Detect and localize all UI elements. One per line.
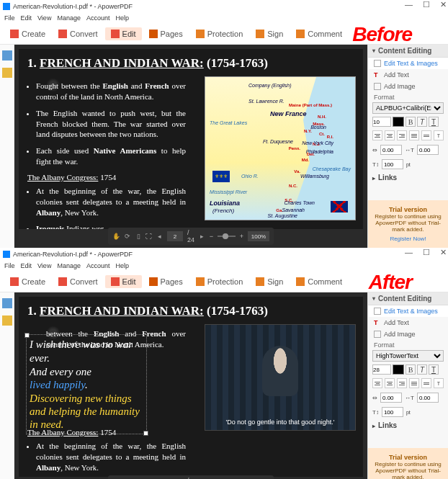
bold-button[interactable]: B	[406, 364, 416, 375]
menu-account[interactable]: Account	[86, 262, 110, 269]
menu-help[interactable]: Help	[115, 262, 129, 269]
menu-account[interactable]: Account	[86, 14, 110, 22]
zoom-slider[interactable]	[218, 236, 236, 237]
align-left-button[interactable]	[372, 130, 382, 140]
text-edit-box[interactable]: I wish there was no war ever. And every …	[26, 334, 147, 434]
leading-input[interactable]	[382, 159, 403, 169]
window-close-button[interactable]: ✕	[440, 248, 447, 257]
align-right-button[interactable]	[397, 378, 407, 388]
window-maximize-button[interactable]: ☐	[423, 0, 430, 9]
char-spacing-input[interactable]	[380, 145, 402, 155]
pdf-page[interactable]: 1. FRENCH AND INDIAN WAR: (1754-1763) be…	[19, 297, 363, 477]
font-color-picker[interactable]	[393, 117, 404, 127]
zoom-input[interactable]	[248, 231, 269, 241]
document-viewport[interactable]: 1. FRENCH AND INDIAN WAR: (1754-1763) be…	[14, 292, 367, 479]
thumbnails-icon[interactable]	[2, 68, 12, 78]
zoom-in-icon[interactable]: +	[240, 233, 243, 240]
edit-text-images-button[interactable]: Edit Text & Images	[368, 305, 448, 317]
content-editing-header[interactable]: Content Editing	[368, 45, 448, 58]
font-size-input[interactable]	[372, 117, 391, 127]
comment-button[interactable]: Comment	[290, 275, 348, 288]
convert-button[interactable]: Convert	[53, 275, 104, 288]
underline-button[interactable]: T	[429, 364, 439, 375]
align-right-button[interactable]	[397, 130, 407, 140]
page-nav-toolbar: ✋ ⟳ ▯ ⛶ ◂ / 24 ▸ − +	[108, 228, 274, 245]
map-image[interactable]: Company (English) St. Lawrence R. New Fr…	[205, 76, 356, 220]
list-button[interactable]	[421, 130, 431, 140]
bold-button[interactable]: B	[406, 117, 416, 127]
sign-button[interactable]: Sign	[250, 275, 289, 288]
align-center-button[interactable]	[385, 130, 395, 140]
convert-button[interactable]: Convert	[53, 27, 104, 40]
edited-line[interactable]: lived happily	[30, 379, 85, 390]
rotate-icon[interactable]: ⟳	[125, 231, 131, 241]
next-page-icon[interactable]: ▸	[199, 231, 205, 241]
list-button[interactable]	[421, 378, 431, 388]
page-number-input[interactable]	[167, 231, 183, 241]
italic-button[interactable]: T	[417, 364, 427, 375]
protection-button[interactable]: Protection	[190, 27, 249, 40]
font-size-input[interactable]	[372, 364, 391, 375]
underline-button[interactable]: T	[429, 117, 439, 127]
links-section[interactable]: Links	[368, 171, 448, 184]
bookmarks-icon[interactable]	[2, 298, 12, 308]
menu-manage[interactable]: Manage	[57, 14, 81, 22]
h-scale-input[interactable]	[417, 145, 439, 155]
edit-button[interactable]: Edit	[105, 27, 142, 40]
menu-view[interactable]: View	[37, 262, 51, 269]
fit-icon[interactable]: ⛶	[145, 231, 152, 241]
window-close-button[interactable]: ✕	[440, 0, 447, 9]
replaced-image[interactable]: 'Do not go gentle into that good night.'	[205, 324, 356, 431]
align-justify-button[interactable]	[409, 378, 419, 388]
edited-line[interactable]: And every one	[30, 365, 143, 379]
font-color-picker[interactable]	[393, 364, 404, 375]
add-text-button[interactable]: TAdd Text	[368, 69, 448, 81]
superscript-button[interactable]: T	[434, 130, 444, 140]
edit-text-images-button[interactable]: Edit Text & Images	[368, 58, 448, 69]
window-minimize-button[interactable]: —	[405, 0, 413, 9]
align-justify-button[interactable]	[409, 130, 419, 140]
window-minimize-button[interactable]: —	[405, 248, 413, 257]
align-center-button[interactable]	[385, 378, 395, 388]
add-image-button[interactable]: Add Image	[368, 328, 448, 340]
thumbnails-icon[interactable]	[2, 315, 12, 326]
menu-view[interactable]: View	[37, 14, 51, 22]
superscript-button[interactable]: T	[434, 378, 444, 388]
menu-file[interactable]: File	[4, 262, 15, 269]
font-family-select[interactable]: HighTowerText	[372, 350, 444, 362]
hand-tool-icon[interactable]: ✋	[112, 231, 120, 241]
prev-page-icon[interactable]: ◂	[156, 231, 163, 241]
bookmarks-icon[interactable]	[2, 50, 12, 61]
shield-icon	[196, 277, 205, 286]
add-text-button[interactable]: TAdd Text	[368, 317, 448, 328]
sign-button[interactable]: Sign	[250, 27, 289, 40]
zoom-out-icon[interactable]: −	[210, 233, 213, 240]
italic-button[interactable]: T	[417, 117, 427, 127]
create-button[interactable]: Create	[4, 27, 51, 40]
char-spacing-input[interactable]	[380, 393, 402, 403]
edit-button[interactable]: Edit	[105, 275, 142, 288]
create-button[interactable]: Create	[4, 275, 51, 288]
register-now-link[interactable]: Register Now!	[372, 236, 444, 242]
pdf-page[interactable]: 1. FRENCH AND INDIAN WAR: (1754-1763) Fo…	[19, 49, 363, 229]
menu-edit[interactable]: Edit	[21, 262, 32, 269]
align-left-button[interactable]	[372, 378, 382, 388]
document-viewport[interactable]: 1. FRENCH AND INDIAN WAR: (1754-1763) Fo…	[14, 45, 367, 248]
window-maximize-button[interactable]: ☐	[423, 248, 430, 257]
protection-button[interactable]: Protection	[190, 275, 249, 288]
h-scale-input[interactable]	[417, 393, 439, 403]
menu-edit[interactable]: Edit	[21, 14, 32, 22]
comment-button[interactable]: Comment	[290, 27, 348, 40]
font-family-select[interactable]: ALPBUG+Calibri(Embedded)	[372, 102, 444, 114]
menu-manage[interactable]: Manage	[57, 262, 81, 269]
menu-file[interactable]: File	[4, 14, 15, 22]
pages-button[interactable]: Pages	[143, 27, 189, 40]
links-section[interactable]: Links	[368, 419, 448, 431]
pages-button[interactable]: Pages	[143, 275, 189, 288]
page-icon[interactable]: ▯	[135, 231, 142, 241]
edited-line[interactable]: I wish there was no war ever.	[30, 338, 143, 365]
add-image-button[interactable]: Add Image	[368, 81, 448, 92]
content-editing-header[interactable]: Content Editing	[368, 292, 448, 305]
menu-help[interactable]: Help	[115, 14, 129, 22]
leading-input[interactable]	[382, 407, 403, 417]
